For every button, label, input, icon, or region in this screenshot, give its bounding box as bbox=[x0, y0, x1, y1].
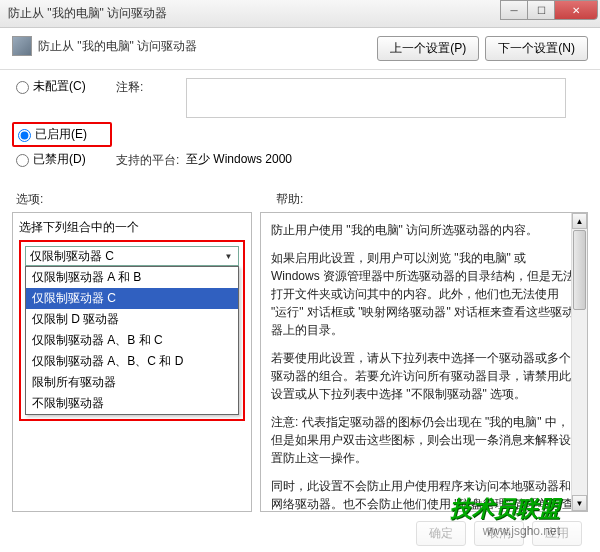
vertical-scrollbar[interactable]: ▲ ▼ bbox=[571, 213, 587, 511]
section-headers: 选项: 帮助: bbox=[0, 183, 600, 212]
scroll-down-button[interactable]: ▼ bbox=[572, 495, 587, 511]
drive-combo[interactable]: 仅限制驱动器 C ▼ bbox=[25, 246, 239, 266]
radio-not-configured[interactable]: 未配置(C) bbox=[16, 78, 116, 95]
titlebar: 防止从 "我的电脑" 访问驱动器 ─ ☐ ✕ bbox=[0, 0, 600, 28]
panels: 选择下列组合中的一个 仅限制驱动器 C ▼ 仅限制驱动器 A 和 B 仅限制驱动… bbox=[0, 212, 600, 524]
window-controls: ─ ☐ ✕ bbox=[501, 0, 598, 20]
help-text: 防止用户使用 "我的电脑" 访问所选驱动器的内容。 如果启用此设置，则用户可以浏… bbox=[271, 221, 577, 512]
dd-item-2[interactable]: 仅限制 D 驱动器 bbox=[26, 309, 238, 330]
help-p3: 若要使用此设置，请从下拉列表中选择一个驱动器或多个驱动器的组合。若要允许访问所有… bbox=[271, 349, 577, 403]
help-panel: 防止用户使用 "我的电脑" 访问所选驱动器的内容。 如果启用此设置，则用户可以浏… bbox=[260, 212, 588, 512]
dd-item-3[interactable]: 仅限制驱动器 A、B 和 C bbox=[26, 330, 238, 351]
ok-button[interactable]: 确定 bbox=[416, 521, 466, 546]
radio-disabled-input[interactable] bbox=[16, 154, 29, 167]
apply-button[interactable]: 应用 bbox=[532, 521, 582, 546]
scroll-thumb[interactable] bbox=[573, 230, 586, 310]
options-label: 选项: bbox=[16, 192, 43, 206]
radio-disabled[interactable]: 已禁用(D) bbox=[16, 151, 116, 168]
drive-dropdown: 仅限制驱动器 A 和 B 仅限制驱动器 C 仅限制 D 驱动器 仅限制驱动器 A… bbox=[25, 266, 239, 415]
dd-item-0[interactable]: 仅限制驱动器 A 和 B bbox=[26, 267, 238, 288]
dd-item-5[interactable]: 限制所有驱动器 bbox=[26, 372, 238, 393]
page-title: 防止从 "我的电脑" 访问驱动器 bbox=[38, 36, 377, 55]
platform-value: 至少 Windows 2000 bbox=[186, 151, 584, 168]
next-setting-button[interactable]: 下一个设置(N) bbox=[485, 36, 588, 61]
dd-item-1[interactable]: 仅限制驱动器 C bbox=[26, 288, 238, 309]
dialog-footer: 确定 取消 应用 bbox=[416, 521, 582, 546]
close-button[interactable]: ✕ bbox=[554, 0, 598, 20]
help-p4: 注意: 代表指定驱动器的图标仍会出现在 "我的电脑" 中，但是如果用户双击这些图… bbox=[271, 413, 577, 467]
help-p5: 同时，此设置不会防止用户使用程序来访问本地驱动器和网络驱动器。也不会防止他们使用… bbox=[271, 477, 577, 512]
maximize-button[interactable]: ☐ bbox=[527, 0, 555, 20]
drive-combo-value: 仅限制驱动器 C bbox=[30, 248, 114, 265]
options-panel: 选择下列组合中的一个 仅限制驱动器 C ▼ 仅限制驱动器 A 和 B 仅限制驱动… bbox=[12, 212, 252, 512]
prev-setting-button[interactable]: 上一个设置(P) bbox=[377, 36, 479, 61]
scroll-up-button[interactable]: ▲ bbox=[572, 213, 587, 229]
radio-enabled-input[interactable] bbox=[18, 129, 31, 142]
help-p1: 防止用户使用 "我的电脑" 访问所选驱动器的内容。 bbox=[271, 221, 577, 239]
radio-not-configured-label: 未配置(C) bbox=[33, 78, 86, 95]
chevron-down-icon[interactable]: ▼ bbox=[221, 248, 236, 264]
platform-label: 支持的平台: bbox=[116, 151, 186, 169]
comment-label: 注释: bbox=[116, 78, 186, 96]
radio-enabled[interactable]: 已启用(E) bbox=[12, 122, 112, 147]
config-area: 未配置(C) 注释: 已启用(E) 已禁用(D) 支持的平台: 至少 Windo… bbox=[0, 70, 600, 183]
minimize-button[interactable]: ─ bbox=[500, 0, 528, 20]
radio-not-configured-input[interactable] bbox=[16, 81, 29, 94]
policy-icon bbox=[12, 36, 32, 56]
dd-item-4[interactable]: 仅限制驱动器 A、B、C 和 D bbox=[26, 351, 238, 372]
nav-buttons: 上一个设置(P) 下一个设置(N) bbox=[377, 36, 588, 61]
radio-enabled-label: 已启用(E) bbox=[35, 126, 87, 143]
dd-item-6[interactable]: 不限制驱动器 bbox=[26, 393, 238, 414]
cancel-button[interactable]: 取消 bbox=[474, 521, 524, 546]
header: 防止从 "我的电脑" 访问驱动器 上一个设置(P) 下一个设置(N) bbox=[0, 28, 600, 70]
comment-textarea[interactable] bbox=[186, 78, 566, 118]
window-title: 防止从 "我的电脑" 访问驱动器 bbox=[8, 5, 167, 22]
help-label: 帮助: bbox=[276, 192, 303, 206]
options-prompt: 选择下列组合中的一个 bbox=[19, 219, 245, 236]
radio-disabled-label: 已禁用(D) bbox=[33, 151, 86, 168]
help-p2: 如果启用此设置，则用户可以浏览 "我的电脑" 或 Windows 资源管理器中所… bbox=[271, 249, 577, 339]
